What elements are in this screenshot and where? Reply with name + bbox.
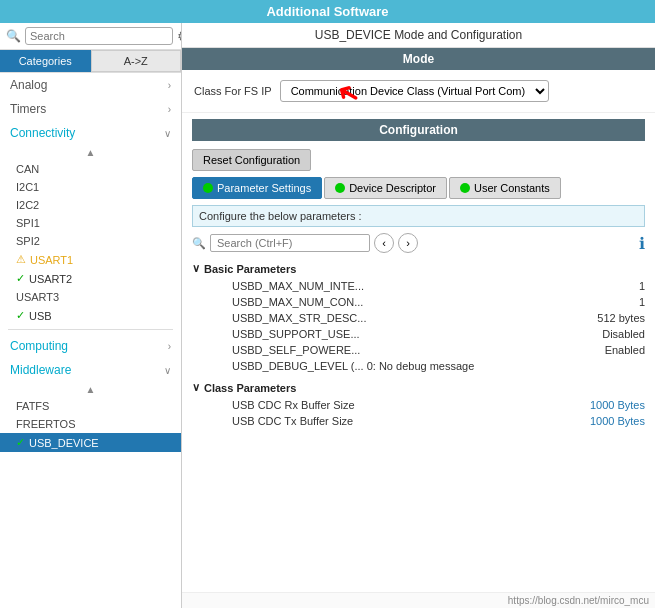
search-icon: 🔍 — [6, 29, 21, 43]
sidebar-item-spi1[interactable]: SPI1 — [0, 214, 181, 232]
sidebar-item-computing[interactable]: Computing › — [0, 334, 181, 358]
sidebar-search-input[interactable] — [25, 27, 173, 45]
check-icon: ✓ — [16, 309, 25, 322]
right-panel: USB_DEVICE Mode and Configuration Mode C… — [182, 23, 655, 608]
sidebar-item-usart2[interactable]: ✓ USART2 — [0, 269, 181, 288]
check-icon: ✓ — [16, 272, 25, 285]
check-icon: ✓ — [16, 436, 25, 449]
sidebar-content: Analog › Timers › Connectivity ∨ ▲ CAN I… — [0, 73, 181, 608]
sidebar-item-usart3[interactable]: USART3 — [0, 288, 181, 306]
tab-user-constants[interactable]: User Constants — [449, 177, 561, 199]
param-row: USBD_SUPPORT_USE... Disabled — [192, 326, 645, 342]
chevron-down-icon: ∨ — [192, 262, 200, 275]
warning-icon: ⚠ — [16, 253, 26, 266]
sidebar-search-area: 🔍 ⚙ — [0, 23, 181, 50]
params-list: ∨ Basic Parameters USBD_MAX_NUM_INTE... … — [192, 259, 645, 429]
param-row: USBD_DEBUG_LEVEL (... 0: No debug messag… — [192, 358, 645, 374]
sidebar-item-analog[interactable]: Analog › — [0, 73, 181, 97]
chevron-right-icon: › — [168, 80, 171, 91]
mode-section: Class For FS IP Communication Device Cla… — [182, 70, 655, 113]
sidebar-item-timers[interactable]: Timers › — [0, 97, 181, 121]
basic-params-header[interactable]: ∨ Basic Parameters — [192, 259, 645, 278]
tab-az[interactable]: A->Z — [91, 50, 182, 72]
sidebar-item-can[interactable]: CAN — [0, 160, 181, 178]
configure-text: Configure the below parameters : — [192, 205, 645, 227]
param-row: USB CDC Tx Buffer Size 1000 Bytes — [192, 413, 645, 429]
sidebar-item-usb[interactable]: ✓ USB — [0, 306, 181, 325]
params-search-bar: 🔍 ‹ › ℹ — [192, 233, 645, 253]
sidebar-item-usb-device[interactable]: ✓ USB_DEVICE — [0, 433, 181, 452]
search-icon: 🔍 — [192, 237, 206, 250]
url-bar: https://blog.csdn.net/mirco_mcu — [182, 592, 655, 608]
chevron-down-icon: ∨ — [164, 365, 171, 376]
dot-icon — [460, 183, 470, 193]
config-section: Configuration Reset Configuration Parame… — [182, 113, 655, 435]
chevron-right-icon: › — [168, 104, 171, 115]
connectivity-sub-items: CAN I2C1 I2C2 SPI1 SPI2 ⚠ USART1 ✓ USART… — [0, 160, 181, 325]
sidebar-tabs: Categories A->Z — [0, 50, 181, 73]
sidebar-item-usart1[interactable]: ⚠ USART1 — [0, 250, 181, 269]
chevron-right-icon: › — [168, 341, 171, 352]
sidebar-item-i2c2[interactable]: I2C2 — [0, 196, 181, 214]
params-search-input[interactable] — [210, 234, 370, 252]
dot-icon — [335, 183, 345, 193]
param-row: USBD_MAX_NUM_CON... 1 — [192, 294, 645, 310]
param-row: USBD_MAX_STR_DESC... 512 bytes — [192, 310, 645, 326]
sidebar-item-freertos[interactable]: FREERTOS — [0, 415, 181, 433]
chevron-down-icon: ∨ — [192, 381, 200, 394]
param-row: USBD_MAX_NUM_INTE... 1 — [192, 278, 645, 294]
sidebar-item-connectivity[interactable]: Connectivity ∨ — [0, 121, 181, 145]
mode-header: Mode — [182, 48, 655, 70]
divider — [8, 329, 173, 330]
class-label: Class For FS IP — [194, 85, 272, 97]
scroll-up-icon[interactable]: ▲ — [0, 145, 181, 160]
nav-prev-button[interactable]: ‹ — [374, 233, 394, 253]
middleware-sub-items: FATFS FREERTOS ✓ USB_DEVICE — [0, 397, 181, 452]
sidebar-item-i2c1[interactable]: I2C1 — [0, 178, 181, 196]
tab-device-descriptor[interactable]: Device Descriptor — [324, 177, 447, 199]
sidebar: 🔍 ⚙ Categories A->Z Analog › Timers › — [0, 23, 182, 608]
tab-parameter-settings[interactable]: Parameter Settings — [192, 177, 322, 199]
top-bar: Additional Software — [0, 0, 655, 23]
active-dot — [203, 183, 213, 193]
param-row: USBD_SELF_POWERE... Enabled — [192, 342, 645, 358]
nav-next-button[interactable]: › — [398, 233, 418, 253]
config-header: Configuration — [192, 119, 645, 141]
sidebar-item-spi2[interactable]: SPI2 — [0, 232, 181, 250]
info-icon[interactable]: ℹ — [639, 234, 645, 253]
class-select[interactable]: Communication Device Class (Virtual Port… — [280, 80, 549, 102]
tab-categories[interactable]: Categories — [0, 50, 91, 72]
sidebar-item-fatfs[interactable]: FATFS — [0, 397, 181, 415]
chevron-down-icon: ∨ — [164, 128, 171, 139]
scroll-up-icon-2[interactable]: ▲ — [0, 382, 181, 397]
panel-subtitle: USB_DEVICE Mode and Configuration — [182, 23, 655, 48]
sidebar-item-middleware[interactable]: Middleware ∨ — [0, 358, 181, 382]
param-tabs: Parameter Settings Device Descriptor Use… — [192, 177, 645, 199]
class-params-header[interactable]: ∨ Class Parameters — [192, 378, 645, 397]
reset-config-button[interactable]: Reset Configuration — [192, 149, 311, 171]
param-row: USB CDC Rx Buffer Size 1000 Bytes — [192, 397, 645, 413]
